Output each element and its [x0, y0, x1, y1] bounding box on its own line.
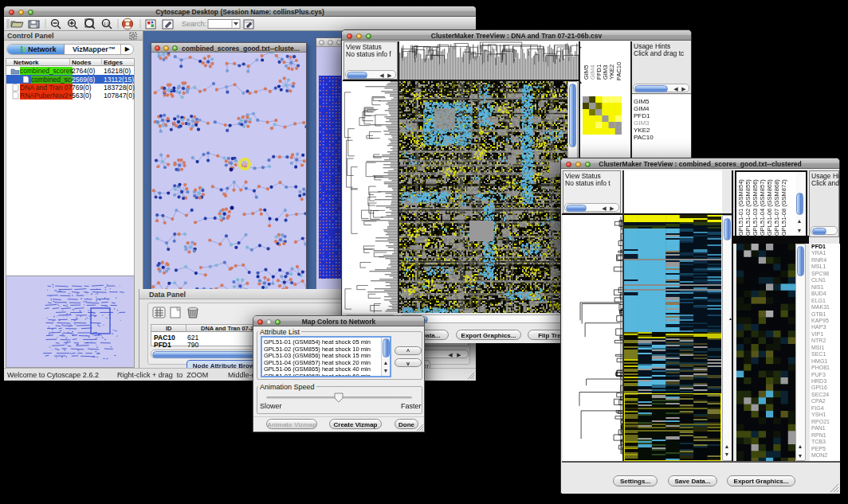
- svg-text:GPL51-02 (GSM855): GPL51-02 (GSM855): [744, 179, 752, 236]
- svg-text:Search:: Search:: [182, 20, 206, 28]
- svg-text:GPL51-01 (GSM854): GPL51-01 (GSM854): [737, 179, 744, 236]
- svg-text:GPL51-06 (GSM865): GPL51-06 (GSM865): [766, 179, 773, 236]
- svg-text:GPL51-07 (GSM868): GPL51-07 (GSM868): [773, 179, 780, 236]
- svg-text:YKE2: YKE2: [608, 64, 615, 80]
- svg-text:GPL51-04 (GSM857): GPL51-04 (GSM857): [759, 179, 766, 236]
- svg-text:GPL51-03 (GSM856): GPL51-03 (GSM856): [752, 179, 759, 236]
- svg-text:1:1: 1:1: [104, 21, 109, 26]
- svg-text:PAC10: PAC10: [615, 62, 622, 80]
- svg-text:GPL51-08 (GSM872): GPL51-08 (GSM872): [780, 179, 787, 236]
